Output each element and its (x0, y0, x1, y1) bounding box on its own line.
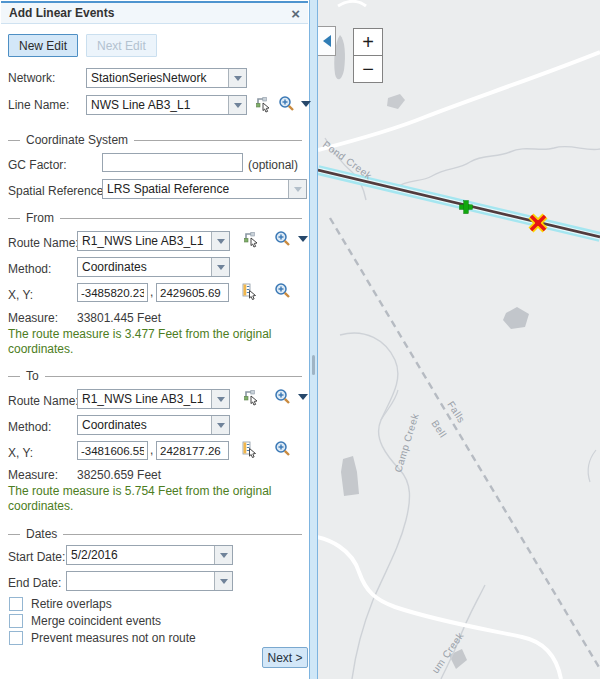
to-method-combobox[interactable]: Coordinates (77, 415, 230, 435)
panel-title: Add Linear Events (9, 6, 114, 20)
to-x-input[interactable] (77, 441, 148, 460)
select-route-on-map-icon[interactable] (243, 230, 261, 248)
gc-factor-input[interactable] (102, 153, 243, 172)
next-edit-button: Next Edit (86, 34, 157, 57)
to-method-value: Coordinates (78, 418, 211, 432)
end-date-label: End Date: (8, 576, 61, 590)
map-canvas[interactable]: Pond Creek Falls Bell Camp Creek um Cree… (318, 0, 600, 679)
from-measure-note: The route measure is 3.477 Feet from the… (8, 327, 300, 357)
dates-legend-text: Dates (26, 527, 57, 541)
chevron-down-icon (288, 180, 306, 198)
chevron-down-icon[interactable] (214, 546, 232, 564)
to-measure-note: The route measure is 5.754 Feet from the… (8, 484, 300, 514)
to-measure-label: Measure: (8, 468, 58, 482)
network-combobox[interactable]: StationSeriesNetwork (86, 68, 247, 88)
comma-separator: , (150, 285, 153, 299)
chevron-down-icon[interactable] (211, 390, 229, 408)
select-on-map-icon[interactable] (255, 95, 273, 113)
to-route-name-label: Route Name: (8, 394, 79, 408)
chevron-down-icon[interactable] (211, 416, 229, 434)
select-route-on-map-icon[interactable] (243, 388, 261, 406)
coordinate-system-legend-text: Coordinate System (26, 133, 128, 147)
spatial-reference-combobox[interactable]: LRS Spatial Reference (102, 179, 307, 199)
retire-overlaps-label: Retire overlaps (31, 597, 112, 611)
zoom-to-feature-icon[interactable] (278, 95, 295, 112)
to-route-name-value: R1_NWS Line AB3_L1 (78, 392, 211, 406)
chevron-down-icon[interactable] (214, 572, 232, 590)
from-y-input[interactable] (156, 283, 229, 302)
from-x-input[interactable] (77, 283, 148, 302)
from-legend: From (8, 211, 302, 225)
gc-factor-label: GC Factor: (8, 158, 67, 172)
zoom-in-button[interactable]: + (353, 28, 383, 56)
zoom-to-route-icon[interactable] (274, 388, 291, 405)
optional-hint: (optional) (248, 158, 298, 172)
zoom-to-point-icon[interactable] (274, 440, 291, 457)
zoom-out-button[interactable]: − (353, 55, 383, 83)
from-legend-text: From (26, 211, 54, 225)
to-legend: To (8, 369, 302, 383)
comma-separator: , (150, 443, 153, 457)
merge-coincident-events-checkbox[interactable] (9, 614, 23, 628)
from-route-name-label: Route Name: (8, 236, 79, 250)
to-xy-label: X, Y: (8, 446, 33, 460)
from-xy-label: X, Y: (8, 288, 33, 302)
network-label: Network: (8, 71, 55, 85)
zoom-to-point-icon[interactable] (274, 282, 291, 299)
network-value: StationSeriesNetwork (87, 71, 228, 85)
to-legend-text: To (26, 369, 39, 383)
splitter-grip[interactable] (312, 355, 315, 375)
chevron-down-icon[interactable] (228, 96, 246, 114)
line-name-combobox[interactable]: NWS Line AB3_L1 (86, 95, 247, 115)
to-y-input[interactable] (156, 441, 229, 460)
start-date-label: Start Date: (8, 550, 65, 564)
merge-coincident-events-label: Merge coincident events (31, 614, 161, 628)
from-method-label: Method: (8, 262, 51, 276)
chevron-down-icon[interactable] (211, 232, 229, 250)
to-method-label: Method: (8, 420, 51, 434)
to-route-name-combobox[interactable]: R1_NWS Line AB3_L1 (77, 389, 230, 409)
pick-coordinates-icon[interactable] (241, 440, 259, 458)
from-route-name-value: R1_NWS Line AB3_L1 (78, 234, 211, 248)
close-icon[interactable]: × (291, 6, 300, 21)
line-name-label: Line Name: (8, 98, 69, 112)
prevent-measures-label: Prevent measures not on route (31, 631, 196, 645)
to-point-marker (531, 216, 545, 230)
new-edit-button[interactable]: New Edit (8, 34, 78, 57)
coordinate-system-legend: Coordinate System (8, 133, 302, 147)
zoom-to-route-icon[interactable] (274, 230, 291, 247)
collapse-arrow-icon (323, 35, 331, 47)
add-linear-events-panel: Add Linear Events × New Edit Next Edit N… (0, 0, 309, 679)
spatial-reference-value: LRS Spatial Reference (103, 182, 288, 196)
zoom-options-dropdown-icon[interactable] (298, 394, 308, 400)
from-measure-value: 33801.445 Feet (77, 311, 161, 325)
chevron-down-icon[interactable] (211, 258, 229, 276)
end-date-combobox[interactable] (66, 571, 233, 591)
panel-titlebar: Add Linear Events × (1, 1, 308, 24)
pick-coordinates-icon[interactable] (241, 282, 259, 300)
start-date-combobox[interactable]: 5/2/2016 (66, 545, 233, 565)
add-linear-events-window: Pond Creek Falls Bell Camp Creek um Cree… (0, 0, 600, 679)
from-measure-label: Measure: (8, 311, 58, 325)
next-button[interactable]: Next > (262, 647, 308, 668)
zoom-options-dropdown-icon[interactable] (298, 236, 308, 242)
chevron-down-icon[interactable] (228, 69, 246, 87)
retire-overlaps-checkbox[interactable] (9, 597, 23, 611)
from-route-name-combobox[interactable]: R1_NWS Line AB3_L1 (77, 231, 230, 251)
to-measure-value: 38250.659 Feet (77, 468, 161, 482)
from-method-combobox[interactable]: Coordinates (77, 257, 230, 277)
start-date-value: 5/2/2016 (67, 548, 214, 562)
line-name-value: NWS Line AB3_L1 (87, 98, 228, 112)
dates-legend: Dates (8, 527, 302, 541)
prevent-measures-checkbox[interactable] (9, 631, 23, 645)
from-method-value: Coordinates (78, 260, 211, 274)
spatial-reference-label: Spatial Reference: (8, 184, 107, 198)
panel-collapse-tab[interactable] (318, 26, 336, 56)
zoom-options-dropdown-icon[interactable] (301, 101, 311, 107)
